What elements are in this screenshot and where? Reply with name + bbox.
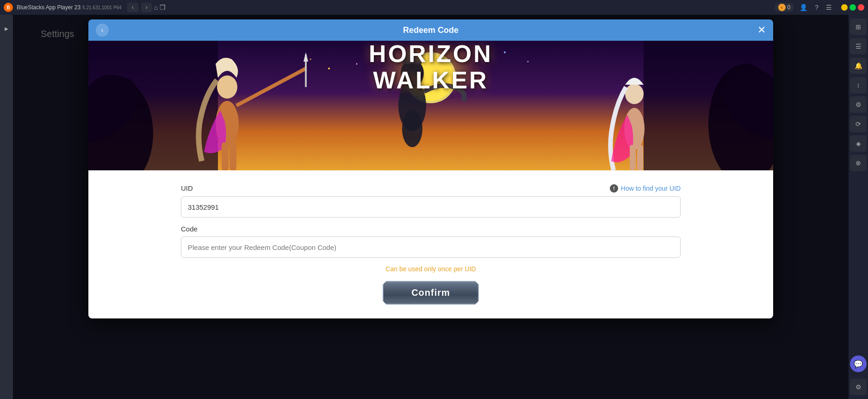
- modal-overlay: ‹ Redeem Code ✕: [13, 15, 849, 399]
- code-input[interactable]: [181, 237, 681, 258]
- info-icon: !: [610, 184, 618, 193]
- close-window-button[interactable]: [858, 4, 864, 11]
- maximize-button[interactable]: [849, 4, 856, 11]
- svg-rect-24: [637, 145, 643, 170]
- window-controls: [841, 4, 864, 11]
- game-title: HORIZON WALKER: [88, 41, 773, 94]
- sidebar-close-button[interactable]: ⊗: [850, 155, 867, 171]
- game-title-line2: WALKER: [373, 67, 488, 94]
- forward-button[interactable]: ›: [141, 3, 152, 12]
- coin-badge: ¢ 0: [775, 3, 794, 12]
- main-area: ▸ Settings ‹ Redeem Code ✕: [0, 15, 868, 399]
- confirm-button[interactable]: Confirm: [383, 281, 479, 305]
- app-version: 5.21.631.1001 P64: [82, 5, 122, 10]
- profile-button[interactable]: 👤: [798, 3, 809, 12]
- minimize-button[interactable]: [841, 4, 848, 11]
- chat-button[interactable]: 💬: [850, 355, 867, 372]
- copy-button[interactable]: ❐: [160, 4, 166, 11]
- back-button[interactable]: ‹: [127, 3, 138, 12]
- uid-input[interactable]: [181, 196, 681, 218]
- uid-label: UID: [181, 184, 193, 192]
- uid-help-text: How to find your UID: [621, 185, 681, 192]
- svg-point-27: [402, 110, 422, 147]
- sidebar-refresh-button[interactable]: ⟳: [850, 116, 867, 132]
- sidebar-resize-button[interactable]: ↕: [850, 77, 867, 94]
- sidebar-settings-button[interactable]: ⚙: [850, 96, 867, 113]
- code-label: Code: [181, 225, 198, 233]
- sidebar-macro-button[interactable]: ◈: [850, 135, 867, 152]
- uid-row: UID ! How to find your UID: [181, 184, 681, 193]
- app-name: BlueStacks App Player 23: [17, 4, 81, 11]
- modal-form: UID ! How to find your UID Code Can be u…: [88, 170, 773, 318]
- help-button[interactable]: ?: [813, 3, 820, 12]
- home-button[interactable]: ⌂: [154, 4, 158, 11]
- sidebar-toggle-button[interactable]: ▸: [5, 24, 8, 33]
- menu-button[interactable]: ☰: [824, 3, 834, 12]
- left-toggle: ▸: [0, 15, 13, 399]
- uid-help[interactable]: ! How to find your UID: [610, 184, 681, 193]
- game-banner: HORIZON WALKER: [88, 41, 773, 170]
- modal-prev-button[interactable]: ‹: [96, 24, 109, 37]
- sidebar-extra-button[interactable]: ⚙: [850, 379, 867, 395]
- warning-text: Can be used only once per UID: [181, 265, 681, 273]
- sidebar-grid-button[interactable]: ⊞: [850, 19, 867, 35]
- sidebar-notification-button[interactable]: 🔔: [850, 57, 867, 74]
- sidebar-list-button[interactable]: ☰: [850, 38, 867, 55]
- app-logo: B: [4, 3, 13, 12]
- center-content: Settings ‹ Redeem Code ✕: [13, 15, 849, 399]
- code-row: Code: [181, 225, 681, 233]
- titlebar: B BlueStacks App Player 23 5.21.631.1001…: [0, 0, 868, 15]
- confirm-btn-wrapper: Confirm: [181, 281, 681, 305]
- game-title-line1: HORIZON: [369, 41, 493, 67]
- modal-close-button[interactable]: ✕: [757, 25, 766, 35]
- coin-count: 0: [787, 4, 791, 11]
- right-sidebar: ⊞ ☰ 🔔 ↕ ⚙ ⟳ ◈ ⊗ 💬 ⚙: [849, 15, 868, 399]
- titlebar-right: ¢ 0 👤 ? ☰: [775, 3, 864, 12]
- titlebar-nav: ‹ ›: [127, 3, 152, 12]
- modal-title: Redeem Code: [403, 25, 459, 35]
- coin-icon: ¢: [778, 4, 786, 11]
- svg-rect-18: [229, 143, 236, 170]
- modal-header: ‹ Redeem Code ✕: [88, 19, 773, 41]
- redeem-modal: ‹ Redeem Code ✕: [88, 19, 773, 318]
- svg-rect-23: [630, 145, 636, 170]
- svg-rect-17: [222, 143, 229, 170]
